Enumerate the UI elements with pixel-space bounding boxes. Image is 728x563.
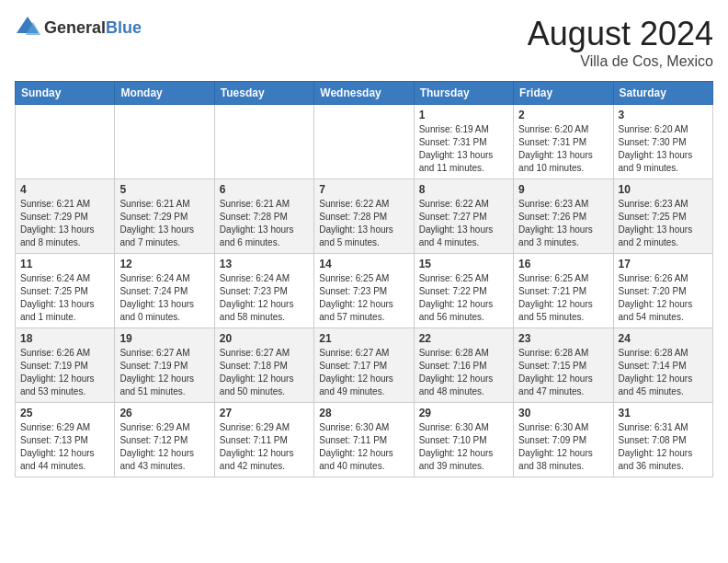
- day-number: 13: [220, 258, 309, 270]
- calendar-header-monday: Monday: [115, 82, 214, 105]
- calendar-cell: 13Sunrise: 6:24 AM Sunset: 7:23 PM Dayli…: [214, 254, 313, 328]
- day-info: Sunrise: 6:29 AM Sunset: 7:11 PM Dayligh…: [220, 421, 309, 473]
- day-info: Sunrise: 6:22 AM Sunset: 7:27 PM Dayligh…: [419, 198, 508, 249]
- calendar-cell: 31Sunrise: 6:31 AM Sunset: 7:08 PM Dayli…: [613, 403, 712, 477]
- day-info: Sunrise: 6:29 AM Sunset: 7:13 PM Dayligh…: [20, 421, 109, 473]
- day-info: Sunrise: 6:20 AM Sunset: 7:31 PM Dayligh…: [518, 123, 608, 175]
- calendar-cell: 24Sunrise: 6:28 AM Sunset: 7:14 PM Dayli…: [613, 328, 712, 403]
- calendar-cell: 17Sunrise: 6:26 AM Sunset: 7:20 PM Dayli…: [613, 254, 712, 328]
- day-number: 12: [119, 258, 209, 270]
- day-info: Sunrise: 6:24 AM Sunset: 7:24 PM Dayligh…: [119, 272, 209, 324]
- day-number: 1: [419, 109, 508, 121]
- day-number: 30: [518, 407, 608, 419]
- day-number: 8: [419, 183, 508, 196]
- calendar-cell: [115, 105, 214, 179]
- page-header: GeneralBlue August 2024 Villa de Cos, Me…: [15, 15, 713, 70]
- day-number: 16: [518, 258, 608, 270]
- day-number: 24: [619, 332, 708, 345]
- day-info: Sunrise: 6:24 AM Sunset: 7:23 PM Dayligh…: [220, 272, 309, 324]
- day-number: 27: [220, 407, 309, 419]
- logo-text: GeneralBlue: [44, 18, 142, 38]
- day-info: Sunrise: 6:30 AM Sunset: 7:11 PM Dayligh…: [319, 421, 408, 473]
- day-number: 25: [20, 407, 109, 419]
- calendar-cell: 9Sunrise: 6:23 AM Sunset: 7:26 PM Daylig…: [514, 179, 613, 254]
- calendar-cell: 22Sunrise: 6:28 AM Sunset: 7:16 PM Dayli…: [414, 328, 513, 403]
- calendar-cell: 20Sunrise: 6:27 AM Sunset: 7:18 PM Dayli…: [214, 328, 313, 403]
- day-number: 7: [319, 183, 408, 196]
- day-info: Sunrise: 6:26 AM Sunset: 7:20 PM Dayligh…: [619, 272, 708, 324]
- day-number: 22: [419, 332, 508, 345]
- calendar-cell: 28Sunrise: 6:30 AM Sunset: 7:11 PM Dayli…: [314, 403, 414, 477]
- logo: GeneralBlue: [15, 15, 142, 40]
- day-number: 18: [20, 332, 109, 345]
- day-info: Sunrise: 6:25 AM Sunset: 7:22 PM Dayligh…: [419, 272, 508, 324]
- day-number: 3: [619, 109, 708, 121]
- calendar-cell: 5Sunrise: 6:21 AM Sunset: 7:29 PM Daylig…: [115, 179, 214, 254]
- day-number: 26: [119, 407, 209, 419]
- day-info: Sunrise: 6:31 AM Sunset: 7:08 PM Dayligh…: [619, 421, 708, 473]
- day-info: Sunrise: 6:21 AM Sunset: 7:28 PM Dayligh…: [220, 198, 309, 249]
- calendar-cell: 16Sunrise: 6:25 AM Sunset: 7:21 PM Dayli…: [514, 254, 613, 328]
- calendar-title: August 2024: [528, 15, 713, 53]
- calendar-cell: 2Sunrise: 6:20 AM Sunset: 7:31 PM Daylig…: [514, 105, 613, 179]
- logo-general: General: [44, 18, 106, 37]
- logo-icon: [15, 15, 40, 40]
- calendar-cell: 29Sunrise: 6:30 AM Sunset: 7:10 PM Dayli…: [414, 403, 513, 477]
- calendar-cell: 8Sunrise: 6:22 AM Sunset: 7:27 PM Daylig…: [414, 179, 513, 254]
- day-number: 19: [119, 332, 209, 345]
- calendar-cell: 7Sunrise: 6:22 AM Sunset: 7:28 PM Daylig…: [314, 179, 414, 254]
- calendar-header-friday: Friday: [514, 82, 613, 105]
- day-info: Sunrise: 6:23 AM Sunset: 7:25 PM Dayligh…: [619, 198, 708, 249]
- day-number: 5: [119, 183, 209, 196]
- calendar-cell: 21Sunrise: 6:27 AM Sunset: 7:17 PM Dayli…: [314, 328, 414, 403]
- calendar-week-row: 1Sunrise: 6:19 AM Sunset: 7:31 PM Daylig…: [16, 105, 713, 179]
- calendar-header-row: SundayMondayTuesdayWednesdayThursdayFrid…: [16, 82, 713, 105]
- calendar-cell: [16, 105, 115, 179]
- calendar-cell: 1Sunrise: 6:19 AM Sunset: 7:31 PM Daylig…: [414, 105, 513, 179]
- calendar-cell: 19Sunrise: 6:27 AM Sunset: 7:19 PM Dayli…: [115, 328, 214, 403]
- day-number: 6: [220, 183, 309, 196]
- calendar-subtitle: Villa de Cos, Mexico: [528, 53, 713, 70]
- day-info: Sunrise: 6:23 AM Sunset: 7:26 PM Dayligh…: [518, 198, 608, 249]
- day-number: 29: [419, 407, 508, 419]
- day-info: Sunrise: 6:27 AM Sunset: 7:17 PM Dayligh…: [319, 347, 408, 398]
- day-number: 10: [619, 183, 708, 196]
- day-info: Sunrise: 6:28 AM Sunset: 7:15 PM Dayligh…: [518, 347, 608, 398]
- day-number: 11: [20, 258, 109, 270]
- day-info: Sunrise: 6:27 AM Sunset: 7:19 PM Dayligh…: [119, 347, 209, 398]
- calendar-week-row: 11Sunrise: 6:24 AM Sunset: 7:25 PM Dayli…: [16, 254, 713, 328]
- day-info: Sunrise: 6:25 AM Sunset: 7:21 PM Dayligh…: [518, 272, 608, 324]
- day-info: Sunrise: 6:30 AM Sunset: 7:10 PM Dayligh…: [419, 421, 508, 473]
- calendar-cell: 26Sunrise: 6:29 AM Sunset: 7:12 PM Dayli…: [115, 403, 214, 477]
- day-number: 2: [518, 109, 608, 121]
- title-block: August 2024 Villa de Cos, Mexico: [528, 15, 713, 70]
- day-info: Sunrise: 6:19 AM Sunset: 7:31 PM Dayligh…: [419, 123, 508, 175]
- day-number: 20: [220, 332, 309, 345]
- calendar-week-row: 4Sunrise: 6:21 AM Sunset: 7:29 PM Daylig…: [16, 179, 713, 254]
- calendar-week-row: 25Sunrise: 6:29 AM Sunset: 7:13 PM Dayli…: [16, 403, 713, 477]
- logo-blue: Blue: [106, 18, 142, 37]
- day-info: Sunrise: 6:22 AM Sunset: 7:28 PM Dayligh…: [319, 198, 408, 249]
- calendar-week-row: 18Sunrise: 6:26 AM Sunset: 7:19 PM Dayli…: [16, 328, 713, 403]
- day-info: Sunrise: 6:26 AM Sunset: 7:19 PM Dayligh…: [20, 347, 109, 398]
- day-info: Sunrise: 6:30 AM Sunset: 7:09 PM Dayligh…: [518, 421, 608, 473]
- calendar-header-thursday: Thursday: [414, 82, 513, 105]
- calendar-cell: 18Sunrise: 6:26 AM Sunset: 7:19 PM Dayli…: [16, 328, 115, 403]
- calendar-cell: [314, 105, 414, 179]
- calendar-cell: 15Sunrise: 6:25 AM Sunset: 7:22 PM Dayli…: [414, 254, 513, 328]
- calendar-cell: 11Sunrise: 6:24 AM Sunset: 7:25 PM Dayli…: [16, 254, 115, 328]
- calendar-cell: [214, 105, 313, 179]
- calendar-header-sunday: Sunday: [16, 82, 115, 105]
- calendar-cell: 25Sunrise: 6:29 AM Sunset: 7:13 PM Dayli…: [16, 403, 115, 477]
- day-number: 17: [619, 258, 708, 270]
- day-info: Sunrise: 6:28 AM Sunset: 7:16 PM Dayligh…: [419, 347, 508, 398]
- day-number: 9: [518, 183, 608, 196]
- day-number: 23: [518, 332, 608, 345]
- day-info: Sunrise: 6:20 AM Sunset: 7:30 PM Dayligh…: [619, 123, 708, 175]
- day-number: 15: [419, 258, 508, 270]
- day-info: Sunrise: 6:28 AM Sunset: 7:14 PM Dayligh…: [619, 347, 708, 398]
- day-number: 31: [619, 407, 708, 419]
- calendar-cell: 3Sunrise: 6:20 AM Sunset: 7:30 PM Daylig…: [613, 105, 712, 179]
- calendar-cell: 23Sunrise: 6:28 AM Sunset: 7:15 PM Dayli…: [514, 328, 613, 403]
- day-info: Sunrise: 6:27 AM Sunset: 7:18 PM Dayligh…: [220, 347, 309, 398]
